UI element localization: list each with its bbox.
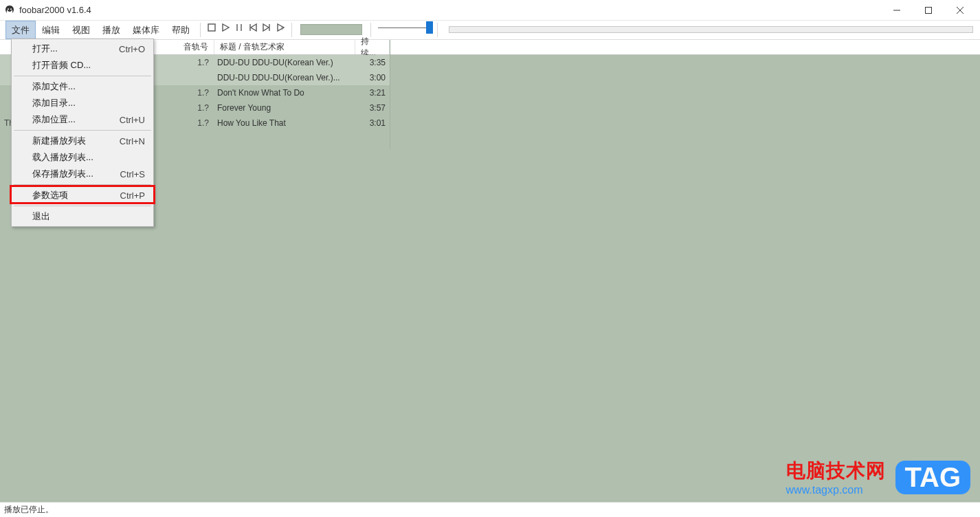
status-text: 播放已停止。 bbox=[4, 504, 54, 516]
window-title: foobar2000 v1.6.4 bbox=[19, 5, 91, 15]
menu-0[interactable]: 文件 bbox=[5, 21, 36, 39]
svg-text:?: ? bbox=[281, 26, 284, 31]
svg-rect-6 bbox=[208, 24, 215, 31]
svg-point-1 bbox=[10, 8, 12, 10]
menu-add-folder[interactable]: 添加目录... bbox=[13, 95, 152, 111]
watermark-title: 电脑技术网 bbox=[786, 458, 886, 484]
menu-separator bbox=[14, 130, 151, 131]
cell-title: DDU-DU DDU-DU(Korean Ver.)... bbox=[214, 73, 355, 82]
column-duration[interactable]: 持续... bbox=[355, 40, 390, 54]
cell-duration: 3:35 bbox=[355, 58, 386, 67]
file-menu-dropdown: 打开... Ctrl+O 打开音频 CD... 添加文件... 添加目录... … bbox=[11, 38, 154, 227]
menu-4[interactable]: 媒体库 bbox=[126, 21, 166, 39]
svg-marker-11 bbox=[251, 24, 256, 31]
cell-duration: 3:00 bbox=[355, 73, 386, 82]
window-controls bbox=[881, 0, 976, 21]
progress-indicator[interactable] bbox=[300, 24, 362, 35]
toolbar-separator bbox=[291, 23, 292, 37]
menu-save-playlist-shortcut: Ctrl+S bbox=[120, 169, 145, 179]
svg-rect-3 bbox=[926, 7, 932, 13]
menu-open-shortcut: Ctrl+O bbox=[119, 44, 145, 54]
status-bar: 播放已停止。 bbox=[0, 502, 980, 517]
cell-trackno: 1.? bbox=[153, 118, 214, 128]
cell-title: DDU-DU DDU-DU(Korean Ver.) bbox=[214, 58, 355, 67]
menu-preferences[interactable]: 参数选项 Ctrl+P bbox=[13, 187, 152, 204]
menu-5[interactable]: 帮助 bbox=[166, 21, 196, 39]
cell-duration: 3:57 bbox=[355, 103, 386, 113]
prev-button[interactable] bbox=[246, 21, 260, 34]
watermark: 电脑技术网 www.tagxp.com TAG bbox=[786, 458, 970, 496]
menu-open-label: 打开... bbox=[32, 43, 58, 55]
menu-exit[interactable]: 退出 bbox=[13, 208, 152, 225]
next-button[interactable] bbox=[260, 21, 274, 34]
menu-open-audio-cd-label: 打开音频 CD... bbox=[32, 59, 91, 72]
cell-trackno: 1.? bbox=[153, 58, 214, 67]
menu-save-playlist-label: 保存播放列表... bbox=[32, 168, 93, 180]
menu-separator bbox=[14, 184, 151, 185]
minimize-button[interactable] bbox=[881, 0, 913, 21]
app-icon bbox=[4, 5, 15, 16]
menu-new-playlist-shortcut: Ctrl+N bbox=[120, 136, 145, 146]
play-button[interactable] bbox=[219, 21, 232, 34]
svg-marker-13 bbox=[263, 24, 269, 31]
svg-marker-7 bbox=[223, 24, 229, 31]
menu-new-playlist-label: 新建播放列表 bbox=[32, 135, 86, 147]
menu-add-files[interactable]: 添加文件... bbox=[13, 78, 152, 95]
svg-point-0 bbox=[8, 8, 9, 10]
toolbar-separator bbox=[437, 23, 438, 37]
menu-3[interactable]: 播放 bbox=[96, 21, 126, 39]
stop-button[interactable] bbox=[205, 21, 219, 34]
menu-separator bbox=[14, 76, 151, 76]
menu-add-location-shortcut: Ctrl+U bbox=[120, 115, 145, 125]
cell-title: Forever Young bbox=[214, 103, 355, 113]
watermark-tag: TAG bbox=[895, 461, 970, 494]
menu-save-playlist[interactable]: 保存播放列表... Ctrl+S bbox=[13, 166, 152, 182]
seek-bar[interactable] bbox=[449, 26, 973, 33]
menu-add-files-label: 添加文件... bbox=[32, 80, 76, 93]
menu-2[interactable]: 视图 bbox=[66, 21, 96, 39]
playlist-right-border bbox=[390, 40, 390, 148]
menu-add-location-label: 添加位置... bbox=[32, 113, 76, 126]
cell-trackno: 1.? bbox=[153, 103, 214, 113]
volume-slider[interactable] bbox=[378, 21, 433, 34]
menu-add-folder-label: 添加目录... bbox=[32, 97, 76, 109]
menu-1[interactable]: 编辑 bbox=[36, 21, 66, 39]
menu-load-playlist-label: 载入播放列表... bbox=[32, 151, 93, 164]
menu-add-location[interactable]: 添加位置... Ctrl+U bbox=[13, 111, 152, 128]
toolbar-separator bbox=[200, 23, 201, 37]
cell-trackno: 1.? bbox=[153, 88, 214, 98]
menu-toolbar: 文件编辑视图播放媒体库帮助 ? bbox=[0, 21, 980, 40]
menu-separator bbox=[14, 206, 151, 206]
watermark-url: www.tagxp.com bbox=[786, 484, 886, 496]
cell-title: Don't Know What To Do bbox=[214, 88, 355, 98]
column-trackno[interactable]: 音轨号 bbox=[153, 40, 214, 54]
column-title[interactable]: 标题 / 音轨艺术家 bbox=[214, 40, 355, 54]
cell-duration: 3:01 bbox=[355, 118, 386, 128]
random-button[interactable]: ? bbox=[274, 21, 287, 34]
pause-button[interactable] bbox=[232, 21, 246, 34]
cell-duration: 3:21 bbox=[355, 88, 386, 98]
cell-title: How You Like That bbox=[214, 118, 355, 128]
title-bar: foobar2000 v1.6.4 bbox=[0, 0, 980, 21]
close-button[interactable] bbox=[944, 0, 976, 21]
menu-preferences-label: 参数选项 bbox=[32, 189, 68, 201]
menu-new-playlist[interactable]: 新建播放列表 Ctrl+N bbox=[13, 133, 152, 149]
menu-open[interactable]: 打开... Ctrl+O bbox=[13, 41, 152, 57]
menu-load-playlist[interactable]: 载入播放列表... bbox=[13, 149, 152, 166]
menu-preferences-shortcut: Ctrl+P bbox=[120, 190, 145, 201]
maximize-button[interactable] bbox=[913, 0, 944, 21]
menu-open-audio-cd[interactable]: 打开音频 CD... bbox=[13, 57, 152, 74]
menu-exit-label: 退出 bbox=[32, 210, 50, 223]
